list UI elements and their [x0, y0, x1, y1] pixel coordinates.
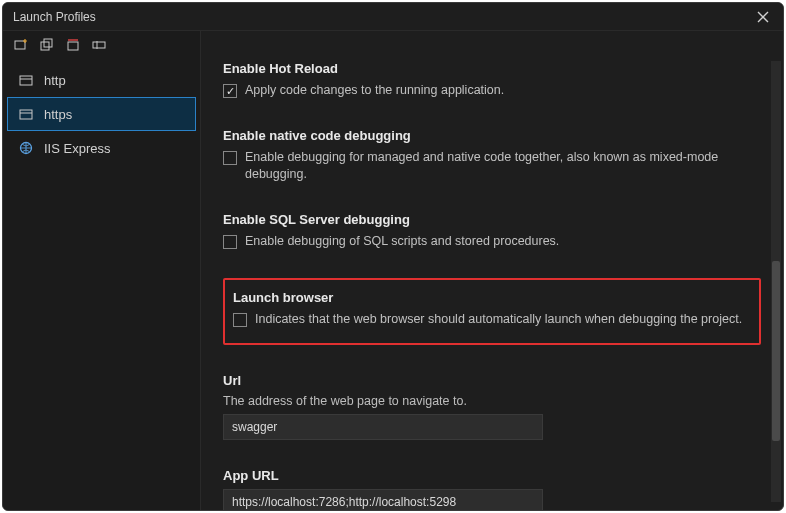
profile-item-label: IIS Express [44, 141, 110, 156]
section-desc: Apply code changes to the running applic… [245, 82, 504, 100]
hot-reload-checkbox[interactable] [223, 84, 237, 98]
section-title: Enable SQL Server debugging [223, 212, 761, 227]
body: http https IIS Express Enable Ho [3, 31, 783, 510]
section-native-debug: Enable native code debugging Enable debu… [223, 128, 761, 184]
profile-item-iis-express[interactable]: IIS Express [7, 131, 196, 165]
svg-rect-3 [68, 42, 78, 50]
section-desc: Enable debugging of SQL scripts and stor… [245, 233, 559, 251]
titlebar: Launch Profiles [3, 3, 783, 31]
svg-rect-1 [41, 42, 49, 50]
section-title: Launch browser [233, 290, 751, 305]
profile-item-http[interactable]: http [7, 63, 196, 97]
launch-browser-highlight: Launch browser Indicates that the web br… [223, 278, 761, 345]
url-input[interactable] [223, 414, 543, 440]
section-title: Url [223, 373, 761, 388]
content-panel: Enable Hot Reload Apply code changes to … [201, 31, 783, 510]
app-url-input[interactable] [223, 489, 543, 511]
section-hot-reload: Enable Hot Reload Apply code changes to … [223, 61, 761, 100]
section-sql-debug: Enable SQL Server debugging Enable debug… [223, 212, 761, 251]
window-title: Launch Profiles [13, 10, 753, 24]
vertical-scrollbar[interactable] [771, 61, 781, 502]
sidebar-toolbar [3, 31, 200, 59]
native-debug-checkbox[interactable] [223, 151, 237, 165]
close-button[interactable] [753, 7, 773, 27]
profile-item-label: https [44, 107, 72, 122]
project-icon [18, 106, 34, 122]
sql-debug-checkbox[interactable] [223, 235, 237, 249]
new-profile-icon[interactable] [13, 37, 29, 53]
section-title: Enable Hot Reload [223, 61, 761, 76]
svg-rect-2 [44, 39, 52, 47]
profile-item-label: http [44, 73, 66, 88]
scrollbar-thumb[interactable] [772, 261, 780, 441]
section-url: Url The address of the web page to navig… [223, 373, 761, 440]
svg-rect-0 [15, 41, 25, 49]
iis-icon [18, 140, 34, 156]
svg-rect-5 [20, 76, 32, 85]
launch-profiles-window: Launch Profiles [2, 2, 784, 511]
delete-profile-icon[interactable] [65, 37, 81, 53]
duplicate-profile-icon[interactable] [39, 37, 55, 53]
project-icon [18, 72, 34, 88]
section-desc: The address of the web page to navigate … [223, 394, 761, 408]
svg-rect-4 [93, 42, 105, 48]
section-desc: Enable debugging for managed and native … [245, 149, 761, 184]
rename-profile-icon[interactable] [91, 37, 107, 53]
profile-list: http https IIS Express [3, 59, 200, 169]
svg-rect-6 [20, 110, 32, 119]
sidebar: http https IIS Express [3, 31, 201, 510]
section-title: Enable native code debugging [223, 128, 761, 143]
profile-item-https[interactable]: https [7, 97, 196, 131]
section-desc: Indicates that the web browser should au… [255, 311, 742, 329]
section-app-url: App URL [223, 468, 761, 511]
launch-browser-checkbox[interactable] [233, 313, 247, 327]
section-title: App URL [223, 468, 761, 483]
